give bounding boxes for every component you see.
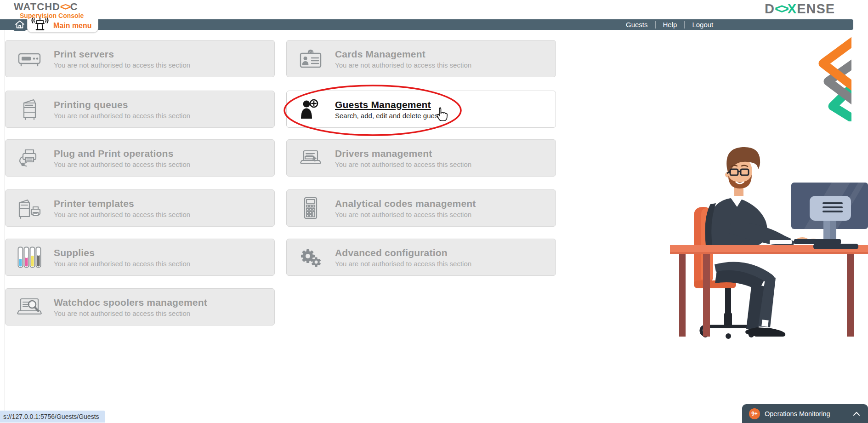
- tile-title: Watchdoc spoolers management: [54, 297, 207, 308]
- nav-link-logout[interactable]: Logout: [685, 21, 720, 29]
- tile-print-servers[interactable]: Print serversYou are not authorised to a…: [5, 40, 275, 77]
- tile-subtitle: You are not authorised to access this se…: [54, 211, 190, 218]
- doxense-logo-x: X: [788, 1, 797, 16]
- home-icon: [15, 20, 25, 31]
- watchdoc-logo-chevrons: <>: [60, 1, 70, 12]
- chevron-up-icon[interactable]: [853, 412, 860, 416]
- printer-templates-icon: [12, 197, 46, 219]
- tile-title: Guests Management: [335, 99, 443, 110]
- tile-cards-management[interactable]: Cards ManagementYou are not authorised t…: [286, 40, 556, 77]
- gears-icon: [294, 247, 328, 268]
- guest-add-icon: [294, 99, 328, 120]
- tile-subtitle: You are not authorised to access this se…: [54, 61, 190, 69]
- tile-subtitle: You are not authorised to access this se…: [335, 160, 471, 168]
- tile-subtitle: You are not authorised to access this se…: [54, 160, 190, 168]
- server-icon: [12, 50, 46, 68]
- id-card-icon: [294, 49, 328, 69]
- tile-analytical-codes[interactable]: Analytical codes managementYou are not a…: [286, 189, 556, 227]
- doxense-logo-d: D: [765, 1, 775, 16]
- tile-subtitle: You are not authorised to access this se…: [54, 309, 207, 317]
- tile-title: Advanced configuration: [335, 247, 471, 258]
- tile-title: Analytical codes management: [335, 198, 476, 209]
- tile-subtitle: You are not authorised to access this se…: [335, 211, 476, 218]
- main-menu-label: Main menu: [53, 22, 92, 30]
- tile-title: Print servers: [54, 49, 190, 60]
- control-tower-icon: [30, 17, 50, 35]
- doxense-chevrons-decoration: [818, 37, 851, 121]
- operations-monitoring-label: Operations Monitoring: [765, 410, 853, 417]
- tab-main-menu[interactable]: Main menu: [27, 19, 98, 33]
- watchdoc-supervision-console: WATCHD<>C Supervision Console D<>XENSE M…: [0, 0, 868, 423]
- plug-printer-icon: [12, 148, 46, 168]
- home-button[interactable]: [13, 19, 27, 31]
- tile-subtitle: You are not authorised to access this se…: [335, 260, 471, 268]
- tile-title: Printing queues: [54, 99, 190, 110]
- doxense-logo-chevrons: <>: [775, 1, 788, 16]
- ink-supplies-icon: [12, 246, 46, 269]
- tile-subtitle: You are not authorised to access this se…: [54, 112, 190, 120]
- nav-link-help[interactable]: Help: [656, 21, 685, 29]
- tile-guests-management[interactable]: Guests ManagementSearch, add, edit and d…: [286, 91, 556, 128]
- tile-title: Drivers management: [335, 148, 471, 159]
- tile-subtitle: You are not authorised to access this se…: [54, 260, 190, 268]
- tile-title: Supplies: [54, 247, 190, 258]
- tile-title: Plug and Print operations: [54, 148, 190, 159]
- nav-bar: [0, 19, 853, 30]
- tile-plug-and-print[interactable]: Plug and Print operationsYou are not aut…: [5, 139, 275, 177]
- calculator-icon: [294, 197, 328, 220]
- man-at-desk-illustration: [662, 124, 868, 342]
- link-preview-statusbar: s://127.0.0.1:5756/Guests/Guests: [0, 411, 105, 423]
- tile-watchdoc-spoolers[interactable]: Watchdoc spoolers managementYou are not …: [5, 288, 275, 326]
- tile-subtitle: Search, add, edit and delete guests: [335, 112, 443, 120]
- doxense-logo: D<>XENSE: [765, 2, 835, 16]
- operations-monitoring-panel[interactable]: 9+ Operations Monitoring: [742, 404, 868, 423]
- tile-title: Cards Management: [335, 49, 471, 60]
- tile-advanced-configuration[interactable]: Advanced configurationYou are not author…: [286, 239, 556, 276]
- tile-title: Printer templates: [54, 198, 190, 209]
- printer-queue-icon: [12, 98, 46, 121]
- doxense-logo-rest: ENSE: [797, 1, 835, 16]
- tile-drivers-management[interactable]: Drivers managementYou are not authorised…: [286, 139, 556, 177]
- tile-printer-templates[interactable]: Printer templatesYou are not authorised …: [5, 189, 275, 227]
- watchdoc-logo-text: WATCHD: [14, 1, 60, 12]
- tile-supplies[interactable]: SuppliesYou are not authorised to access…: [5, 239, 275, 276]
- laptop-cursor-icon: [294, 149, 328, 167]
- watchdoc-logo-text-right: C: [70, 1, 78, 12]
- laptop-search-icon: [12, 297, 46, 317]
- tile-printing-queues[interactable]: Printing queuesYou are not authorised to…: [5, 91, 275, 128]
- notification-count-badge: 9+: [749, 408, 760, 419]
- nav-links: Guests Help Logout: [618, 19, 720, 30]
- nav-link-guests[interactable]: Guests: [618, 21, 655, 29]
- tile-subtitle: You are not authorised to access this se…: [335, 61, 471, 69]
